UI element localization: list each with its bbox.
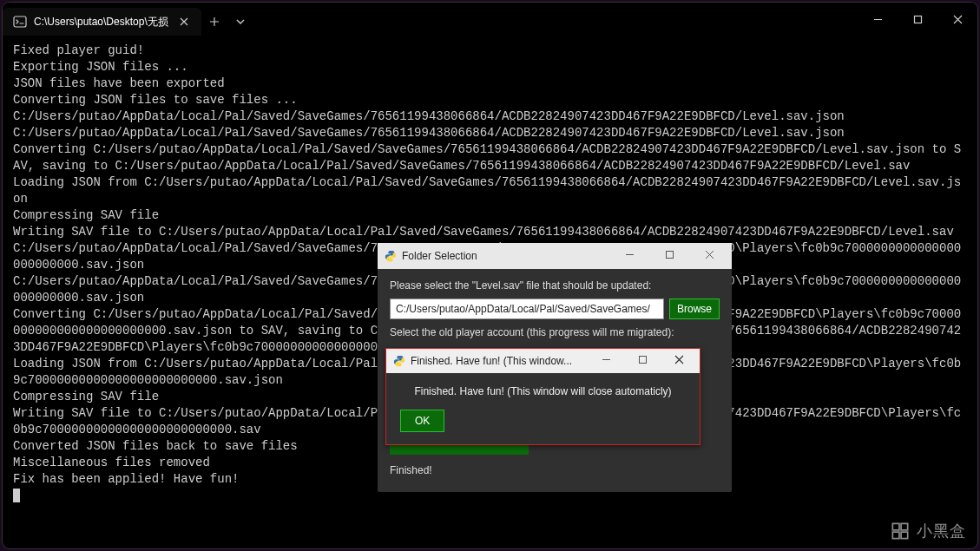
ok-button[interactable]: OK <box>400 410 444 432</box>
dialog-minimize-button[interactable] <box>612 250 647 262</box>
svg-rect-1 <box>914 16 921 23</box>
browse-button[interactable]: Browse <box>669 298 720 319</box>
window-controls <box>858 3 977 36</box>
dialog-title: Folder Selection <box>402 250 477 262</box>
python-icon <box>393 355 405 367</box>
finished-message: Finished. Have fun! (This window will cl… <box>400 385 686 397</box>
finished-dialog: Finished. Have fun! (This window... Fini… <box>385 348 700 445</box>
dialog-titlebar[interactable]: Finished. Have fun! (This window... <box>386 349 700 373</box>
dialog-close-button[interactable] <box>692 250 727 262</box>
dialog-maximize-button[interactable] <box>652 250 687 262</box>
svg-rect-0 <box>14 16 26 27</box>
new-tab-button[interactable] <box>201 8 227 36</box>
svg-rect-3 <box>639 357 646 364</box>
tab[interactable]: C:\Users\putao\Desktop\无损 <box>3 8 201 36</box>
titlebar: C:\Users\putao\Desktop\无损 <box>3 3 977 36</box>
select-file-label: Please select the "Level.sav" file that … <box>390 279 720 292</box>
dialog-title: Finished. Have fun! (This window... <box>411 355 572 367</box>
select-account-label: Select the old player account (this prog… <box>390 326 720 338</box>
tab-dropdown-button[interactable] <box>227 8 253 36</box>
svg-rect-2 <box>666 252 673 259</box>
maximize-button[interactable] <box>898 3 937 36</box>
path-input[interactable] <box>390 298 664 319</box>
dialog-minimize-button[interactable] <box>590 355 622 367</box>
dialog-close-button[interactable] <box>663 355 694 367</box>
tab-close-button[interactable] <box>175 13 193 30</box>
tab-title: C:\Users\putao\Desktop\无损 <box>34 15 168 30</box>
terminal-icon <box>13 15 27 29</box>
minimize-button[interactable] <box>858 3 898 36</box>
finished-status-label: Finished! <box>390 464 720 476</box>
dialog-titlebar[interactable]: Folder Selection <box>378 243 732 269</box>
close-window-button[interactable] <box>937 3 977 36</box>
python-icon <box>385 250 397 262</box>
dialog-maximize-button[interactable] <box>627 355 658 367</box>
